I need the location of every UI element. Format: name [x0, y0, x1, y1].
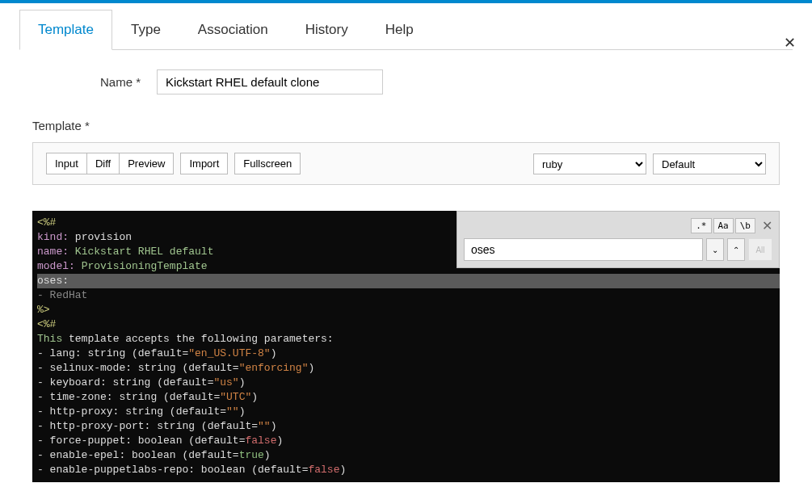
code-line: model: [37, 260, 75, 272]
code-line: name: [37, 246, 69, 258]
editor-toolbar: Input Diff Preview Import Fullscreen rub… [32, 142, 780, 185]
tab-type[interactable]: Type [112, 10, 179, 50]
code-line: kind: [37, 231, 69, 243]
wholeword-toggle[interactable]: \b [735, 218, 755, 233]
preview-button[interactable]: Preview [120, 153, 174, 174]
code-line: <%# [37, 318, 56, 330]
code-line: %> [37, 304, 50, 316]
input-button[interactable]: Input [46, 153, 87, 174]
search-next-button[interactable]: ⌄ [706, 238, 724, 261]
tab-help[interactable]: Help [367, 10, 432, 50]
import-button[interactable]: Import [180, 153, 228, 174]
keybinding-select[interactable]: Default [653, 153, 766, 174]
syntax-select[interactable]: ruby [533, 153, 646, 174]
code-line: - RedHat [37, 289, 87, 301]
chevron-up-icon: ⌃ [733, 246, 739, 254]
search-panel: .* Aa \b ✕ ⌄ ⌃ All [456, 211, 780, 268]
name-label: Name * [19, 75, 157, 89]
regex-toggle[interactable]: .* [691, 218, 711, 233]
name-field[interactable] [157, 69, 383, 94]
tab-bar: Template Type Association History Help [19, 10, 793, 50]
search-all-button[interactable]: All [748, 238, 772, 261]
tab-association[interactable]: Association [179, 10, 287, 50]
code-line: <%# [37, 216, 56, 229]
fullscreen-button[interactable]: Fullscreen [234, 153, 301, 174]
highlighted-line: oses: [37, 274, 780, 288]
search-input[interactable] [464, 238, 703, 261]
close-icon[interactable]: ✕ [784, 34, 796, 52]
tab-template[interactable]: Template [19, 10, 112, 50]
diff-button[interactable]: Diff [87, 153, 120, 174]
case-toggle[interactable]: Aa [713, 218, 734, 233]
chevron-down-icon: ⌄ [712, 246, 718, 254]
close-search-icon[interactable]: ✕ [762, 218, 772, 233]
search-prev-button[interactable]: ⌃ [727, 238, 745, 261]
template-label: Template * [32, 119, 793, 132]
tab-history[interactable]: History [287, 10, 367, 50]
